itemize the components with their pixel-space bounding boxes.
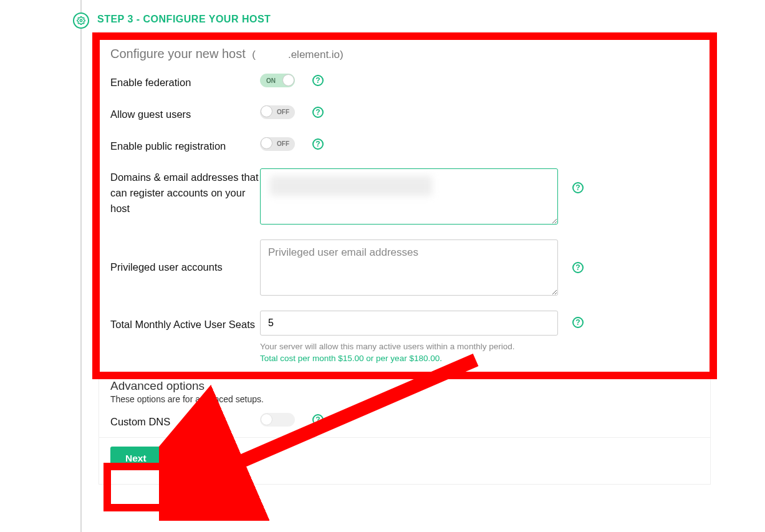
privileged-input[interactable] <box>260 239 558 296</box>
toggle-on-text: ON <box>266 77 276 84</box>
advanced-subtitle: These options are for advanced setups. <box>110 394 699 404</box>
gear-icon <box>77 16 85 25</box>
toggle-knob <box>261 137 272 149</box>
panel-title: Configure your new host <box>110 47 246 60</box>
row-custom-dns: Custom DNS ? <box>99 405 710 437</box>
panel-header: Configure your new host (.element.io) <box>99 32 710 66</box>
row-guest: Allow guest users OFF ? <box>99 98 710 130</box>
public-reg-toggle[interactable]: OFF <box>260 137 295 151</box>
row-federation: Enable federation ON ? <box>99 66 710 98</box>
row-privileged: Privileged user accounts ? <box>99 232 710 303</box>
advanced-title: Advanced options <box>110 379 699 393</box>
row-public-reg: Enable public registration OFF ? <box>99 130 710 162</box>
host-prefix: ( <box>252 49 256 60</box>
help-icon[interactable]: ? <box>312 138 324 150</box>
help-icon[interactable]: ? <box>572 317 584 328</box>
toggle-off-text: OFF <box>277 109 289 115</box>
help-icon[interactable]: ? <box>312 414 324 425</box>
guest-label: Allow guest users <box>110 105 260 122</box>
domains-input[interactable] <box>260 168 558 225</box>
toggle-knob <box>261 414 272 425</box>
step-icon <box>73 12 89 29</box>
privileged-label: Privileged user accounts <box>110 239 260 275</box>
panel-footer: Next <box>99 437 710 484</box>
seats-input[interactable] <box>260 311 558 336</box>
public-reg-label: Enable public registration <box>110 137 260 154</box>
domains-label: Domains & email addresses that can regis… <box>110 168 260 216</box>
help-icon[interactable]: ? <box>312 107 324 118</box>
row-seats: Total Monthly Active User Seats Your ser… <box>99 303 710 370</box>
federation-toggle[interactable]: ON <box>260 74 295 87</box>
help-icon[interactable]: ? <box>572 182 584 193</box>
host-suffix: .element.io) <box>288 49 344 60</box>
custom-dns-toggle[interactable] <box>260 413 295 427</box>
seats-label: Total Monthly Active User Seats <box>110 311 260 332</box>
timeline-line <box>80 0 82 532</box>
federation-label: Enable federation <box>110 74 260 90</box>
custom-dns-label: Custom DNS <box>110 413 260 430</box>
seats-cost-text: Total cost per month $15.00 or per year … <box>260 354 565 363</box>
guest-toggle[interactable]: OFF <box>260 105 295 119</box>
next-button[interactable]: Next <box>110 447 161 470</box>
advanced-section: Advanced options These options are for a… <box>99 370 710 405</box>
toggle-knob <box>282 74 294 86</box>
configure-panel: Configure your new host (.element.io) En… <box>99 31 711 485</box>
toggle-off-text: OFF <box>277 140 289 147</box>
svg-point-0 <box>80 19 82 22</box>
panel-host: (.element.io) <box>252 49 344 60</box>
help-icon[interactable]: ? <box>312 75 324 86</box>
step-title: STEP 3 - CONFIGURE YOUR HOST <box>97 14 271 25</box>
row-domains: Domains & email addresses that can regis… <box>99 161 710 232</box>
toggle-knob <box>261 105 272 117</box>
help-icon[interactable]: ? <box>572 262 584 273</box>
seats-help-text: Your server will allow this many active … <box>260 342 565 351</box>
